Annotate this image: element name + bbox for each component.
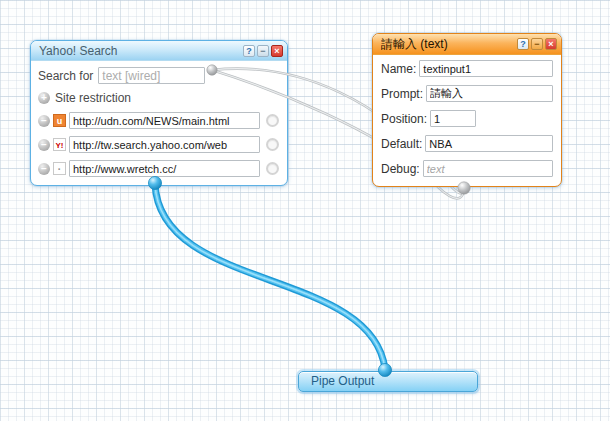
- search-for-terminal[interactable]: [207, 65, 217, 75]
- text-input-output-terminal[interactable]: [458, 182, 470, 194]
- pipe-output-input-terminal[interactable]: [378, 363, 391, 376]
- yahoo-search-output-terminal[interactable]: [148, 176, 161, 189]
- pipes-canvas[interactable]: Yahoo! Search ? − × Search for + Site re…: [0, 0, 610, 421]
- terminal-layer: [0, 0, 610, 421]
